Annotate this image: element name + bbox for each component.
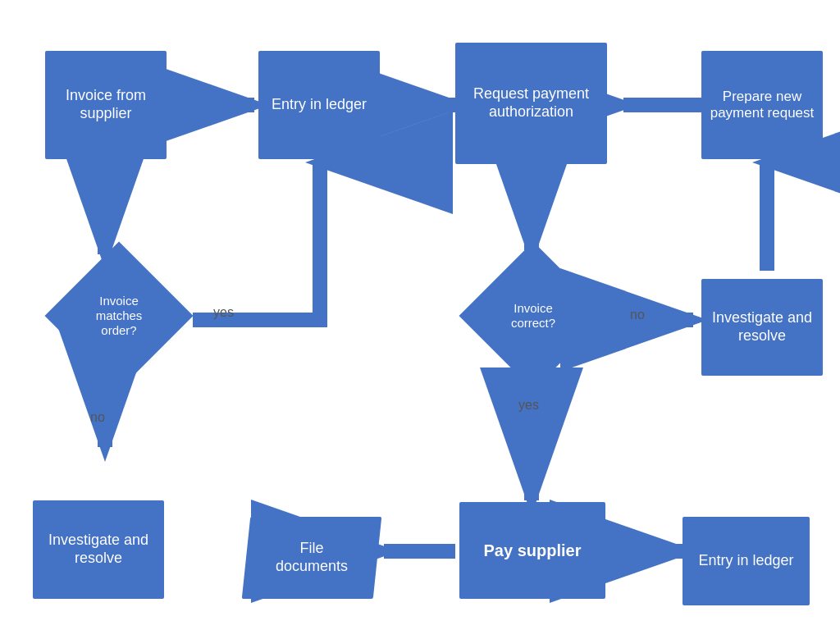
no-label-left: no — [90, 410, 105, 425]
prepare-new-payment-box: Prepare new payment request — [701, 51, 823, 159]
invoice-from-supplier-box: Invoice from supplier — [45, 51, 167, 159]
no-label-right: no — [630, 308, 645, 322]
pay-supplier-box: Pay supplier — [459, 502, 605, 599]
investigate-resolve-left-box: Investigate and resolve — [33, 500, 164, 599]
invoice-matches-order-diamond: Invoicematchesorder? — [45, 250, 193, 381]
investigate-resolve-right-box: Investigate and resolve — [701, 279, 823, 376]
entry-in-ledger-top-box: Entry in ledger — [258, 51, 380, 159]
yes-label-bottom: yes — [518, 398, 539, 413]
yes-label-left: yes — [213, 305, 234, 320]
flowchart: Invoice from supplier Entry in ledger Re… — [0, 0, 840, 630]
request-payment-box: Request payment authorization — [455, 43, 607, 164]
file-documents-box: Filedocuments — [242, 517, 382, 599]
entry-in-ledger-bottom-box: Entry in ledger — [682, 517, 810, 605]
invoice-correct-diamond: Invoicecorrect? — [459, 250, 607, 381]
